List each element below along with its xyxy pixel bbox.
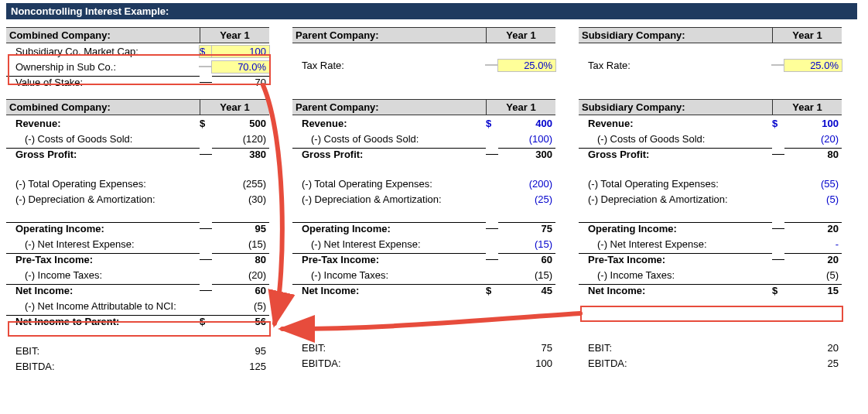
combined-is-block: Combined Company: Year 1 Revenue: $ 500 … bbox=[6, 99, 269, 374]
row-label: Gross Profit: bbox=[579, 148, 772, 160]
operating-income-row: Operating Income: 20 bbox=[579, 221, 842, 236]
section-header: Subsidiary Company: Year 1 bbox=[579, 99, 842, 115]
cell-value: (20) bbox=[212, 269, 269, 281]
operating-income-row: Operating Income: 95 bbox=[6, 221, 269, 236]
cell-value: (25) bbox=[498, 193, 555, 205]
section-header: Parent Company: Year 1 bbox=[292, 99, 555, 115]
row-label: Gross Profit: bbox=[6, 148, 200, 160]
cell-value: 80 bbox=[784, 148, 842, 160]
ebit-row: EBIT: 95 bbox=[6, 343, 269, 358]
ownership-value[interactable]: 70.0% bbox=[212, 61, 269, 73]
header-label: Combined Company: bbox=[6, 100, 200, 115]
cell-value: 56 bbox=[212, 315, 269, 327]
currency-symbol: $ bbox=[200, 315, 212, 327]
header-label: Parent Company: bbox=[292, 100, 486, 115]
subsidiary-is-block: Subsidiary Company: Year 1 Revenue: $ 10… bbox=[579, 99, 842, 374]
tax-row: (-) Income Taxes: (5) bbox=[579, 267, 842, 282]
row-label: EBITDA: bbox=[6, 361, 200, 372]
section-header: Combined Company: Year 1 bbox=[6, 99, 269, 115]
nie-row: (-) Net Interest Expense: (15) bbox=[292, 236, 555, 251]
tax-rate-value[interactable]: 25.0% bbox=[784, 60, 842, 71]
cell-value: (200) bbox=[498, 178, 555, 190]
opex-row: (-) Total Operating Expenses: (55) bbox=[579, 176, 842, 191]
cell-value: 300 bbox=[498, 148, 555, 160]
cell-value: 380 bbox=[212, 148, 269, 160]
top-section: Combined Company: Year 1 Subsidiary Co. … bbox=[6, 27, 862, 90]
opex-row: (-) Total Operating Expenses: (200) bbox=[292, 176, 555, 191]
currency-symbol: $ bbox=[200, 118, 212, 129]
row-label: (-) Total Operating Expenses: bbox=[6, 178, 200, 190]
cell-value: (5) bbox=[784, 269, 842, 281]
cell-value: 95 bbox=[212, 222, 269, 234]
section-header: Parent Company: Year 1 bbox=[292, 27, 555, 43]
header-year: Year 1 bbox=[486, 28, 555, 43]
row-label: (-) Depreciation & Amortization: bbox=[292, 193, 486, 205]
row-label: (-) Depreciation & Amortization: bbox=[579, 193, 772, 205]
cell-value: 20 bbox=[784, 222, 842, 234]
row-label: Operating Income: bbox=[292, 222, 486, 234]
row-label: (-) Income Taxes: bbox=[292, 269, 486, 281]
page-title: Noncontrolling Interest Example: bbox=[6, 3, 857, 19]
row-label: (-) Net Interest Expense: bbox=[6, 238, 200, 250]
row-label: EBIT: bbox=[579, 342, 772, 354]
row-label: Ownership in Sub Co.: bbox=[6, 61, 200, 73]
subsidiary-top-block: Subsidiary Company: Year 1 Tax Rate: 25.… bbox=[579, 27, 842, 90]
row-label: Tax Rate: bbox=[292, 60, 486, 71]
cell-value: (120) bbox=[212, 133, 269, 145]
currency-symbol: $ bbox=[772, 118, 784, 129]
currency-symbol: $ bbox=[772, 284, 784, 296]
tax-rate-value[interactable]: 25.0% bbox=[498, 60, 555, 71]
ebitda-row: EBITDA: 25 bbox=[579, 355, 842, 371]
header-label: Subsidiary Company: bbox=[579, 28, 772, 43]
gross-profit-row: Gross Profit: 380 bbox=[6, 146, 269, 162]
nci-row: (-) Net Income Attributable to NCI: (5) bbox=[6, 298, 269, 313]
cell-value: (30) bbox=[212, 193, 269, 205]
opex-row: (-) Total Operating Expenses: (255) bbox=[6, 176, 269, 191]
header-label: Subsidiary Company: bbox=[579, 100, 772, 115]
ebitda-row: EBITDA: 100 bbox=[292, 355, 555, 371]
cogs-row: (-) Costs of Goods Sold: (20) bbox=[579, 131, 842, 146]
row-label: (-) Costs of Goods Sold: bbox=[6, 133, 200, 145]
revenue-row: Revenue: $ 100 bbox=[579, 115, 842, 131]
cell-value: 45 bbox=[498, 284, 555, 296]
header-year: Year 1 bbox=[772, 100, 842, 115]
ni-to-parent-row: Net Income to Parent: $ 56 bbox=[6, 313, 269, 329]
row-label: (-) Net Interest Expense: bbox=[292, 238, 486, 250]
pretax-income-row: Pre-Tax Income: 60 bbox=[292, 251, 555, 267]
market-cap-value[interactable]: 100 bbox=[212, 46, 269, 57]
tax-rate-row: Tax Rate: 25.0% bbox=[579, 57, 842, 73]
row-label: (-) Depreciation & Amortization: bbox=[6, 193, 200, 205]
cell-value: 125 bbox=[212, 361, 269, 372]
cell-value: 95 bbox=[212, 345, 269, 357]
row-label: Net Income: bbox=[6, 284, 200, 296]
gross-profit-row: Gross Profit: 80 bbox=[579, 146, 842, 162]
cell-value: (55) bbox=[784, 178, 842, 190]
header-year: Year 1 bbox=[772, 28, 842, 43]
header-year: Year 1 bbox=[486, 100, 555, 115]
header-label: Combined Company: bbox=[6, 28, 200, 43]
row-label: (-) Costs of Goods Sold: bbox=[292, 133, 486, 145]
ebit-row: EBIT: 75 bbox=[292, 340, 555, 355]
cell-value: (5) bbox=[784, 193, 842, 205]
row-label: (-) Total Operating Expenses: bbox=[579, 178, 772, 190]
ebit-row: EBIT: 20 bbox=[579, 340, 842, 355]
nie-row: (-) Net Interest Expense: (15) bbox=[6, 236, 269, 251]
row-label: EBITDA: bbox=[579, 358, 772, 369]
row-label: Pre-Tax Income: bbox=[6, 253, 200, 265]
cell-value: 100 bbox=[784, 118, 842, 129]
parent-top-block: Parent Company: Year 1 Tax Rate: 25.0% bbox=[292, 27, 555, 90]
row-label: Subsidiary Co. Market Cap: bbox=[6, 46, 200, 57]
cell-value: (15) bbox=[498, 269, 555, 281]
da-row: (-) Depreciation & Amortization: (5) bbox=[579, 191, 842, 207]
row-label: Operating Income: bbox=[579, 222, 772, 234]
row-label: Revenue: bbox=[579, 118, 772, 129]
currency-symbol: $ bbox=[200, 46, 212, 57]
stake-value: 70 bbox=[212, 76, 269, 88]
cell-value: 80 bbox=[212, 253, 269, 265]
combined-top-block: Combined Company: Year 1 Subsidiary Co. … bbox=[6, 27, 269, 90]
net-income-row: Net Income: $ 15 bbox=[579, 282, 842, 298]
row-label: Net Income: bbox=[292, 284, 486, 296]
cogs-row: (-) Costs of Goods Sold: (120) bbox=[6, 131, 269, 146]
tax-rate-row: Tax Rate: 25.0% bbox=[292, 57, 555, 73]
ownership-row: Ownership in Sub Co.: 70.0% bbox=[6, 59, 269, 74]
